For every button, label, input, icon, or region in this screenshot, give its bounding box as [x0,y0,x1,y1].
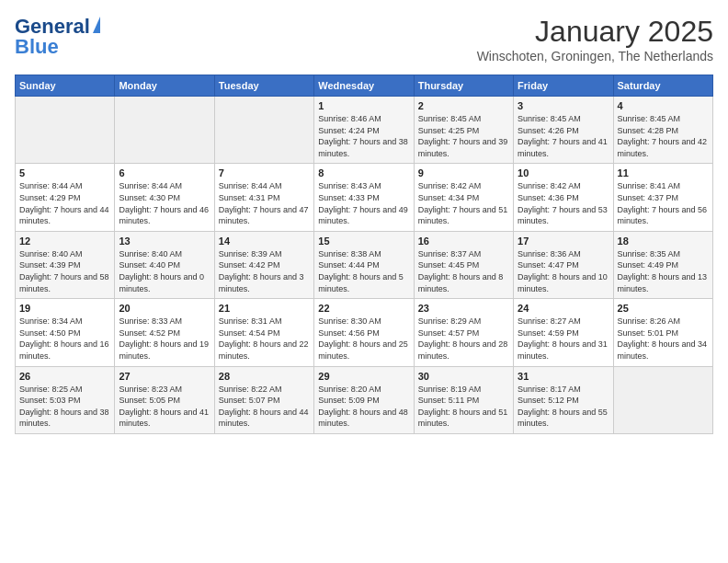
calendar-cell: 17 Sunrise: 8:36 AMSunset: 4:47 PMDaylig… [514,231,613,298]
day-info: Sunrise: 8:44 AMSunset: 4:31 PMDaylight:… [219,180,310,226]
day-info: Sunrise: 8:25 AMSunset: 5:03 PMDaylight:… [19,384,110,430]
weekday-header-saturday: Saturday [613,75,712,97]
calendar-cell: 14 Sunrise: 8:39 AMSunset: 4:42 PMDaylig… [214,231,313,298]
day-number: 29 [318,371,409,382]
calendar-cell: 30 Sunrise: 8:19 AMSunset: 5:11 PMDaylig… [414,366,513,433]
day-number: 13 [119,236,210,247]
day-info: Sunrise: 8:23 AMSunset: 5:05 PMDaylight:… [119,384,210,430]
calendar-cell: 10 Sunrise: 8:42 AMSunset: 4:36 PMDaylig… [514,164,613,231]
day-number: 16 [418,236,509,247]
day-info: Sunrise: 8:34 AMSunset: 4:50 PMDaylight:… [19,316,110,362]
calendar-cell: 7 Sunrise: 8:44 AMSunset: 4:31 PMDayligh… [214,164,313,231]
calendar-cell: 28 Sunrise: 8:22 AMSunset: 5:07 PMDaylig… [214,366,313,433]
weekday-header-sunday: Sunday [16,75,115,97]
day-number: 7 [219,167,310,178]
logo: General Blue [15,15,100,59]
day-number: 9 [418,167,509,178]
calendar-cell: 8 Sunrise: 8:43 AMSunset: 4:33 PMDayligh… [314,164,414,231]
day-number: 23 [418,303,509,314]
day-number: 5 [19,167,110,178]
location: Winschoten, Groningen, The Netherlands [477,49,713,63]
day-number: 1 [318,100,409,111]
day-info: Sunrise: 8:40 AMSunset: 4:40 PMDaylight:… [119,248,210,294]
calendar-cell: 4 Sunrise: 8:45 AMSunset: 4:28 PMDayligh… [613,97,712,164]
day-number: 4 [618,100,709,111]
day-number: 6 [119,167,210,178]
calendar-cell: 1 Sunrise: 8:46 AMSunset: 4:24 PMDayligh… [314,97,414,164]
calendar-table: SundayMondayTuesdayWednesdayThursdayFrid… [15,75,713,434]
calendar-cell: 13 Sunrise: 8:40 AMSunset: 4:40 PMDaylig… [115,231,214,298]
title-section: January 2025 Winschoten, Groningen, The … [477,15,713,63]
day-info: Sunrise: 8:45 AMSunset: 4:28 PMDaylight:… [618,113,709,159]
day-info: Sunrise: 8:40 AMSunset: 4:39 PMDaylight:… [19,248,110,294]
weekday-header-wednesday: Wednesday [314,75,414,97]
calendar-cell: 6 Sunrise: 8:44 AMSunset: 4:30 PMDayligh… [115,164,214,231]
calendar-cell: 2 Sunrise: 8:45 AMSunset: 4:25 PMDayligh… [414,97,513,164]
weekday-header-monday: Monday [115,75,214,97]
calendar-cell [214,97,313,164]
day-number: 27 [119,371,210,382]
weekday-header-tuesday: Tuesday [214,75,313,97]
day-number: 30 [418,371,509,382]
day-number: 28 [219,371,310,382]
day-info: Sunrise: 8:39 AMSunset: 4:42 PMDaylight:… [219,248,310,294]
day-info: Sunrise: 8:44 AMSunset: 4:30 PMDaylight:… [119,180,210,226]
month-title: January 2025 [477,15,713,49]
day-info: Sunrise: 8:44 AMSunset: 4:29 PMDaylight:… [19,180,110,226]
calendar-cell: 27 Sunrise: 8:23 AMSunset: 5:05 PMDaylig… [115,366,214,433]
day-info: Sunrise: 8:35 AMSunset: 4:49 PMDaylight:… [618,248,709,294]
calendar-cell: 16 Sunrise: 8:37 AMSunset: 4:45 PMDaylig… [414,231,513,298]
day-info: Sunrise: 8:45 AMSunset: 4:26 PMDaylight:… [518,113,609,159]
day-info: Sunrise: 8:43 AMSunset: 4:33 PMDaylight:… [318,180,409,226]
day-info: Sunrise: 8:22 AMSunset: 5:07 PMDaylight:… [219,384,310,430]
day-number: 22 [318,303,409,314]
calendar-cell: 12 Sunrise: 8:40 AMSunset: 4:39 PMDaylig… [16,231,115,298]
day-number: 19 [19,303,110,314]
day-info: Sunrise: 8:20 AMSunset: 5:09 PMDaylight:… [318,384,409,430]
day-number: 12 [19,236,110,247]
day-info: Sunrise: 8:17 AMSunset: 5:12 PMDaylight:… [518,384,609,430]
calendar-cell: 21 Sunrise: 8:31 AMSunset: 4:54 PMDaylig… [214,299,313,366]
day-number: 21 [219,303,310,314]
day-info: Sunrise: 8:31 AMSunset: 4:54 PMDaylight:… [219,316,310,362]
calendar-cell: 3 Sunrise: 8:45 AMSunset: 4:26 PMDayligh… [514,97,613,164]
logo-blue: Blue [15,35,59,59]
day-info: Sunrise: 8:45 AMSunset: 4:25 PMDaylight:… [418,113,509,159]
day-info: Sunrise: 8:19 AMSunset: 5:11 PMDaylight:… [418,384,509,430]
day-number: 10 [518,167,609,178]
calendar-cell: 26 Sunrise: 8:25 AMSunset: 5:03 PMDaylig… [16,366,115,433]
calendar-cell: 20 Sunrise: 8:33 AMSunset: 4:52 PMDaylig… [115,299,214,366]
calendar-cell: 15 Sunrise: 8:38 AMSunset: 4:44 PMDaylig… [314,231,414,298]
calendar-cell [613,366,712,433]
day-info: Sunrise: 8:37 AMSunset: 4:45 PMDaylight:… [418,248,509,294]
day-number: 11 [618,167,709,178]
day-info: Sunrise: 8:42 AMSunset: 4:36 PMDaylight:… [518,180,609,226]
calendar-cell [16,97,115,164]
day-number: 15 [318,236,409,247]
day-info: Sunrise: 8:41 AMSunset: 4:37 PMDaylight:… [618,180,709,226]
day-number: 24 [518,303,609,314]
day-info: Sunrise: 8:42 AMSunset: 4:34 PMDaylight:… [418,180,509,226]
calendar-cell: 22 Sunrise: 8:30 AMSunset: 4:56 PMDaylig… [314,299,414,366]
day-info: Sunrise: 8:27 AMSunset: 4:59 PMDaylight:… [518,316,609,362]
day-info: Sunrise: 8:38 AMSunset: 4:44 PMDaylight:… [318,248,409,294]
calendar-cell: 19 Sunrise: 8:34 AMSunset: 4:50 PMDaylig… [16,299,115,366]
day-number: 25 [618,303,709,314]
day-number: 8 [318,167,409,178]
calendar-cell: 11 Sunrise: 8:41 AMSunset: 4:37 PMDaylig… [613,164,712,231]
calendar-cell: 5 Sunrise: 8:44 AMSunset: 4:29 PMDayligh… [16,164,115,231]
day-number: 20 [119,303,210,314]
day-info: Sunrise: 8:36 AMSunset: 4:47 PMDaylight:… [518,248,609,294]
calendar-cell: 25 Sunrise: 8:26 AMSunset: 5:01 PMDaylig… [613,299,712,366]
day-number: 26 [19,371,110,382]
weekday-header-thursday: Thursday [414,75,513,97]
calendar-cell [115,97,214,164]
day-number: 17 [518,236,609,247]
day-number: 14 [219,236,310,247]
calendar-cell: 18 Sunrise: 8:35 AMSunset: 4:49 PMDaylig… [613,231,712,298]
weekday-header-friday: Friday [514,75,613,97]
day-number: 2 [418,100,509,111]
day-info: Sunrise: 8:46 AMSunset: 4:24 PMDaylight:… [318,113,409,159]
day-info: Sunrise: 8:33 AMSunset: 4:52 PMDaylight:… [119,316,210,362]
day-number: 31 [518,371,609,382]
